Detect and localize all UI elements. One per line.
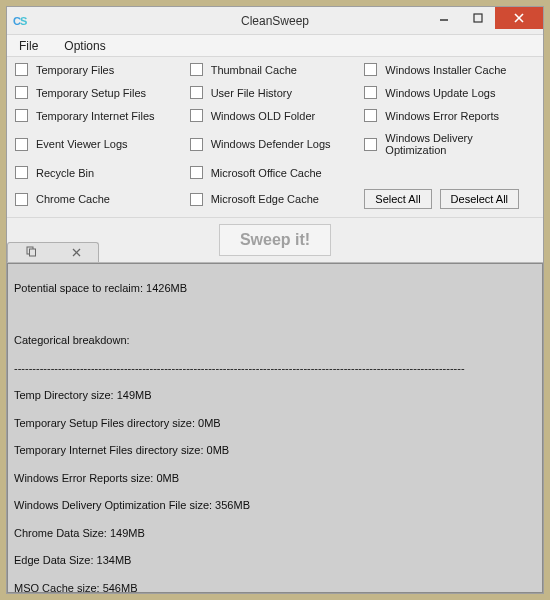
checkbox-icon	[15, 138, 28, 151]
check-windows-installer-cache[interactable]: Windows Installer Cache	[364, 63, 535, 76]
check-event-viewer-logs[interactable]: Event Viewer Logs	[15, 132, 186, 156]
output-line: Temp Directory size: 149MB	[14, 389, 536, 403]
check-label: Windows Defender Logs	[211, 138, 331, 150]
checkbox-icon	[15, 63, 28, 76]
close-button[interactable]	[495, 7, 543, 29]
checkbox-grid: Temporary Files Thumbnail Cache Windows …	[15, 63, 535, 209]
copy-icon[interactable]	[26, 246, 37, 259]
check-label: Windows Error Reports	[385, 110, 499, 122]
check-label: Chrome Cache	[36, 193, 110, 205]
check-temporary-files[interactable]: Temporary Files	[15, 63, 186, 76]
checkbox-icon	[190, 166, 203, 179]
sweep-row: Sweep it!	[7, 217, 543, 263]
output-line: Windows Delivery Optimization File size:…	[14, 499, 536, 513]
maximize-button[interactable]	[461, 7, 495, 29]
check-microsoft-office-cache[interactable]: Microsoft Office Cache	[190, 166, 361, 179]
check-temporary-internet-files[interactable]: Temporary Internet Files	[15, 109, 186, 122]
output-line: Temporary Internet Files directory size:…	[14, 444, 536, 458]
svg-text:S: S	[20, 15, 27, 27]
sweep-button[interactable]: Sweep it!	[219, 224, 331, 256]
check-label: User File History	[211, 87, 292, 99]
svg-rect-7	[29, 249, 35, 256]
output-line: Windows Error Reports size: 0MB	[14, 472, 536, 486]
check-user-file-history[interactable]: User File History	[190, 86, 361, 99]
check-label: Windows Installer Cache	[385, 64, 506, 76]
check-windows-defender-logs[interactable]: Windows Defender Logs	[190, 132, 361, 156]
checkbox-icon	[190, 63, 203, 76]
checkbox-icon	[190, 109, 203, 122]
check-label: Windows Delivery Optimization	[385, 132, 535, 156]
check-label: Temporary Setup Files	[36, 87, 146, 99]
output-line: Temporary Setup Files directory size: 0M…	[14, 417, 536, 431]
check-windows-old-folder[interactable]: Windows OLD Folder	[190, 109, 361, 122]
checkbox-icon	[364, 86, 377, 99]
titlebar: C S CleanSweep	[7, 7, 543, 35]
app-logo-icon: C S	[13, 13, 31, 29]
check-thumbnail-cache[interactable]: Thumbnail Cache	[190, 63, 361, 76]
checkbox-icon	[190, 138, 203, 151]
output-header: Potential space to reclaim: 1426MB	[14, 282, 536, 296]
output-line: Chrome Data Size: 149MB	[14, 527, 536, 541]
output-tab-controls	[7, 242, 99, 262]
minimize-button[interactable]	[427, 7, 461, 29]
close-tab-icon[interactable]	[72, 247, 81, 259]
menubar: File Options	[7, 35, 543, 57]
checkbox-icon	[364, 138, 377, 151]
check-windows-error-reports[interactable]: Windows Error Reports	[364, 109, 535, 122]
check-recycle-bin[interactable]: Recycle Bin	[15, 166, 186, 179]
check-microsoft-edge-cache[interactable]: Microsoft Edge Cache	[190, 189, 361, 209]
output-line: MSO Cache size: 546MB	[14, 582, 536, 594]
check-label: Event Viewer Logs	[36, 138, 128, 150]
menu-options[interactable]: Options	[60, 37, 109, 55]
window-controls	[427, 7, 543, 34]
check-temporary-setup-files[interactable]: Temporary Setup Files	[15, 86, 186, 99]
app-window: C S CleanSweep File Options Temporary Fi…	[6, 6, 544, 594]
svg-rect-3	[474, 14, 482, 22]
menu-file[interactable]: File	[15, 37, 42, 55]
checkbox-icon	[15, 166, 28, 179]
checkbox-icon	[15, 86, 28, 99]
checkbox-icon	[15, 109, 28, 122]
check-chrome-cache[interactable]: Chrome Cache	[15, 189, 186, 209]
check-label: Microsoft Edge Cache	[211, 193, 319, 205]
check-label: Windows Update Logs	[385, 87, 495, 99]
deselect-all-button[interactable]: Deselect All	[440, 189, 519, 209]
checkbox-panel: Temporary Files Thumbnail Cache Windows …	[7, 57, 543, 217]
check-label: Windows OLD Folder	[211, 110, 316, 122]
output-line: Edge Data Size: 134MB	[14, 554, 536, 568]
check-label: Recycle Bin	[36, 167, 94, 179]
check-windows-delivery-optimization[interactable]: Windows Delivery Optimization	[364, 132, 535, 156]
check-label: Temporary Internet Files	[36, 110, 155, 122]
check-label: Thumbnail Cache	[211, 64, 297, 76]
checkbox-icon	[190, 86, 203, 99]
output-breakdown-label: Categorical breakdown:	[14, 334, 536, 348]
check-label: Temporary Files	[36, 64, 114, 76]
checkbox-icon	[15, 193, 28, 206]
checkbox-icon	[364, 63, 377, 76]
check-windows-update-logs[interactable]: Windows Update Logs	[364, 86, 535, 99]
selection-buttons: Select All Deselect All	[364, 189, 535, 209]
checkbox-icon	[364, 109, 377, 122]
check-label: Microsoft Office Cache	[211, 167, 322, 179]
output-pane: Potential space to reclaim: 1426MB Categ…	[7, 263, 543, 593]
checkbox-icon	[190, 193, 203, 206]
output-separator: ----------------------------------------…	[14, 362, 536, 376]
select-all-button[interactable]: Select All	[364, 189, 431, 209]
